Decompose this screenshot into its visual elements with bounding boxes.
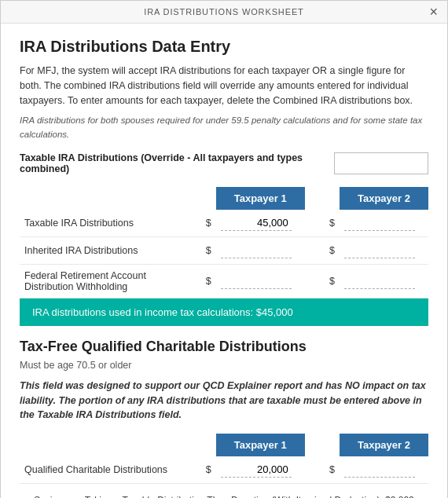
dist-row-label-0: Taxable IRA Distributions — [20, 210, 182, 237]
modal-body: IRA Distributions Data Entry For MFJ, th… — [1, 24, 447, 498]
qcd-tp1-input[interactable] — [221, 462, 292, 478]
dist-tp2-dollar-1: $ — [324, 236, 339, 264]
dist-tp1-dollar-2: $ — [200, 264, 215, 298]
dist-tp2-cell-2 — [340, 264, 428, 298]
section1-italic-note: IRA distributions for both spouses requi… — [20, 114, 428, 141]
close-button[interactable]: × — [429, 5, 438, 19]
qcd-tp2-input[interactable] — [344, 462, 415, 478]
dist-tp1-cell-1 — [216, 236, 305, 264]
savings-section: Savings vs. Taking a Taxable Distributio… — [20, 492, 428, 498]
qcd-tp2-header: Taxpayer 2 — [340, 434, 428, 456]
dist-tp1-input-0[interactable] — [221, 215, 292, 231]
dist-tp1-dollar-1: $ — [200, 236, 215, 264]
dist-row-0: Taxable IRA Distributions $ $ — [20, 210, 428, 237]
dist-tp1-cell-2 — [216, 264, 305, 298]
must-be-label: Must be age 70.5 or older — [20, 360, 428, 371]
override-row: Taxable IRA Distributions (Override - Al… — [20, 152, 428, 174]
dist-tp1-input-2[interactable] — [221, 273, 292, 289]
dist-row-label-1: Inherited IRA Distributions — [20, 236, 182, 264]
override-label: Taxable IRA Distributions (Override - Al… — [20, 152, 326, 174]
dist-row-2: Federal Retirement Account Distribution … — [20, 264, 428, 298]
distributions-table: Taxpayer 1 Taxpayer 2 Taxable IRA Distri… — [20, 187, 428, 298]
modal-container: IRA DISTRIBUTIONS WORKSHEET × IRA Distri… — [0, 0, 448, 498]
modal-header: IRA DISTRIBUTIONS WORKSHEET × — [1, 1, 447, 24]
override-input[interactable] — [334, 152, 428, 174]
savings-row-1: Savings vs. Taking a Taxable Distributio… — [20, 492, 428, 498]
qcd-row-label: Qualified Charitable Distributions — [20, 456, 182, 484]
dist-row-label-2: Federal Retirement Account Distribution … — [20, 264, 182, 298]
qcd-tp1-cell — [216, 456, 305, 484]
qcd-tp1-dollar: $ — [200, 456, 215, 484]
qcd-row: Qualified Charitable Distributions $ $ — [20, 456, 428, 484]
modal-title: IRA DISTRIBUTIONS WORKSHEET — [144, 7, 303, 16]
dist-tp2-dollar-2: $ — [324, 264, 339, 298]
qcd-tp1-header: Taxpayer 1 — [216, 434, 305, 456]
qcd-table: Taxpayer 1 Taxpayer 2 Qualified Charitab… — [20, 434, 428, 484]
dist-tp2-input-2[interactable] — [344, 273, 415, 289]
section1: IRA Distributions Data Entry For MFJ, th… — [20, 38, 428, 298]
info-banner: IRA distributions used in income tax cal… — [20, 298, 428, 326]
qcd-tp2-dollar: $ — [324, 456, 339, 484]
dist-tp1-input-1[interactable] — [221, 243, 292, 258]
tp1-header: Taxpayer 1 — [216, 187, 305, 210]
dist-tp2-cell-1 — [340, 236, 428, 264]
dist-tp1-cell-0 — [216, 210, 305, 237]
dist-tp2-input-0[interactable] — [344, 215, 415, 231]
dist-row-1: Inherited IRA Distributions $ $ — [20, 236, 428, 264]
section2: Tax-Free Qualified Charitable Distributi… — [20, 326, 428, 498]
dist-tp2-dollar-0: $ — [324, 210, 339, 237]
dist-tp2-cell-0 — [340, 210, 428, 237]
section1-intro: For MFJ, the system will accept IRA dist… — [20, 64, 428, 108]
section2-title: Tax-Free Qualified Charitable Distributi… — [20, 339, 428, 355]
dist-tp1-dollar-0: $ — [200, 210, 215, 237]
tp2-header: Taxpayer 2 — [340, 187, 428, 210]
dist-tp2-input-1[interactable] — [344, 243, 415, 258]
section2-bold-note: This field was designed to support our Q… — [20, 379, 428, 423]
qcd-tp2-cell — [340, 456, 428, 484]
section1-title: IRA Distributions Data Entry — [20, 38, 428, 56]
